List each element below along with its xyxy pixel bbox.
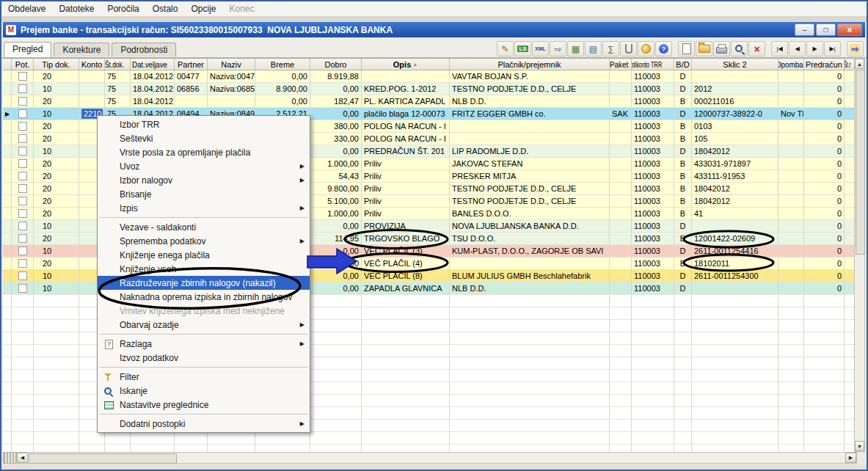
cell-sklic[interactable] (692, 220, 778, 232)
pan-grip[interactable] (3, 452, 16, 464)
cell-pot[interactable] (12, 158, 34, 169)
cell-opomba[interactable] (778, 245, 804, 257)
column-header-protikonto[interactable]: Protikonto TRR (632, 59, 674, 70)
cell-gutter[interactable] (3, 83, 12, 95)
cell-bd[interactable]: D (674, 270, 692, 282)
cell-protikonto[interactable]: 110003 (632, 220, 674, 232)
attachment-button[interactable] (620, 41, 637, 56)
cell-sklic[interactable]: 18042012 (692, 145, 778, 157)
cell-sklic[interactable]: 2611-0011254416 (692, 245, 778, 257)
cell-predracun[interactable]: 0 (804, 95, 845, 107)
cell-opis[interactable]: Priliv (362, 183, 450, 194)
cell-tip[interactable]: 10 (34, 83, 79, 95)
cell-sklic[interactable]: 2611-0011254300 (692, 270, 778, 282)
cell-pot[interactable] (12, 245, 34, 257)
cell-bd[interactable]: B (674, 95, 692, 107)
menu-item-nastavitve-preglednice[interactable]: Nastavitve preglednice (98, 398, 310, 412)
cell-dat[interactable]: 18.04.2012 (131, 70, 175, 82)
cell-bd[interactable]: B (674, 158, 692, 169)
cell-bd[interactable]: D (674, 220, 692, 232)
cell-tip[interactable]: 20 (34, 233, 79, 244)
cell-dobro[interactable]: 1.000,00 (310, 208, 362, 219)
cell-sklic[interactable]: 433111-91953 (692, 170, 778, 182)
cell-predracun[interactable]: 0 (804, 233, 845, 244)
menu-item-izbor-trr[interactable]: Izbor TRR (98, 117, 310, 131)
cell-sklic[interactable]: 41 (692, 208, 778, 219)
cell-opis[interactable]: plačilo blaga 12-00073 (362, 108, 450, 120)
row-checkbox[interactable] (18, 84, 27, 93)
cell-paket[interactable]: SAK (610, 108, 632, 120)
cell-bd[interactable]: D (674, 83, 692, 95)
cell-placnik[interactable]: KUM-PLAST, D.O.O., ZAGORJE OB SAVI (450, 245, 610, 257)
cell-protikonto[interactable]: 110003 (632, 270, 674, 282)
cell-opis[interactable]: VEČ PLAČIL (3) (362, 245, 450, 257)
menu-item-izbor-nalogov[interactable]: Izbor nalogov▶ (98, 173, 310, 187)
cell-gutter[interactable] (3, 220, 12, 232)
cell-gutter[interactable] (3, 258, 12, 269)
column-header-dat[interactable]: Dat.veljave (131, 59, 175, 70)
cell-bd[interactable]: B (674, 183, 692, 194)
payments-button[interactable] (638, 41, 654, 56)
cell-gutter[interactable] (3, 70, 12, 82)
cell-gutter[interactable] (3, 120, 12, 132)
cell-opomba[interactable] (778, 233, 804, 244)
cell-bd[interactable]: D (674, 282, 692, 294)
cell-sklic[interactable]: 000211016 (692, 95, 778, 107)
cell-opomba[interactable] (778, 95, 804, 107)
exit-button[interactable]: ⇨ (847, 41, 864, 56)
cell-opomba[interactable] (778, 208, 804, 219)
cell-placnik[interactable]: NLB D.D. (450, 282, 610, 294)
cell-pot[interactable] (12, 120, 34, 132)
column-header-opis[interactable]: Opis▲ (362, 59, 450, 70)
cell-protikonto[interactable]: 110003 (632, 245, 674, 257)
row-checkbox[interactable] (18, 122, 27, 131)
cell-pot[interactable] (12, 70, 34, 82)
cell-placnik[interactable]: TSU D.O.O. (450, 233, 610, 244)
cell-opis[interactable]: KRED.POG. 1-2012 (362, 83, 450, 95)
cell-tip[interactable]: 10 (34, 220, 79, 232)
cell-konto[interactable] (79, 95, 105, 107)
menu-item-brisanje[interactable]: Brisanje (98, 187, 310, 201)
row-checkbox[interactable] (18, 147, 27, 156)
minimize-button[interactable]: – (795, 23, 814, 36)
cell-opis[interactable]: Priliv (362, 170, 450, 182)
open-record-button[interactable] (696, 41, 712, 56)
cell-tip[interactable]: 20 (34, 120, 79, 132)
nav-next-button[interactable]: ▶ (806, 41, 823, 56)
column-header-konto[interactable]: Konto (79, 59, 105, 70)
menu-item-izpis[interactable]: Izpis▶ (98, 201, 310, 215)
cell-protikonto[interactable]: 110003 (632, 258, 674, 269)
menu-item-naknadna-oprema-izpiska-in-zbirnih-nalogov[interactable]: Naknadna oprema izpiska in zbirnih nalog… (98, 290, 310, 304)
cell-dobro[interactable]: 0,00 (310, 108, 362, 120)
cell-tip[interactable]: 10 (34, 282, 79, 294)
close-button[interactable]: × (837, 23, 862, 36)
cell-predracun[interactable]: 0 (804, 220, 845, 232)
cell-bd[interactable]: D (674, 70, 692, 82)
cell-paket[interactable] (610, 170, 632, 182)
cell-gutter[interactable] (3, 158, 12, 169)
vertical-scrollbar[interactable]: ▲ ▼ (854, 58, 865, 452)
cell-opomba[interactable] (778, 195, 804, 207)
cell-paket[interactable] (610, 158, 632, 169)
column-header-naziv[interactable]: Naziv (208, 59, 255, 70)
print-button[interactable] (713, 41, 730, 56)
cell-predracun[interactable]: 0 (804, 170, 845, 182)
nav-prev-button[interactable]: ◀ (789, 41, 806, 56)
cell-naziv[interactable]: Naziva:06856 (208, 83, 255, 95)
column-header-placnik[interactable]: Plačnik/prejemnik (450, 59, 610, 70)
cell-opis[interactable]: TRGOVSKO BLAGO (362, 233, 450, 244)
cell-bd[interactable]: B (674, 258, 692, 269)
cell-predracun[interactable]: 0 (804, 108, 845, 120)
cell-placnik[interactable]: PRESKER MITJA (450, 170, 610, 182)
horizontal-scrollbar[interactable]: ◀ ▶ (16, 452, 857, 464)
row-checkbox[interactable] (18, 184, 27, 193)
edit-log-button[interactable]: ✎ (497, 41, 514, 56)
cell-gutter[interactable] (3, 208, 12, 219)
table-row[interactable]: 207518.04.20120,00182,47PL. KARTICA ZAPA… (3, 95, 857, 108)
cell-opis[interactable]: PL. KARTICA ZAPADL (362, 95, 450, 107)
cell-opis[interactable]: PREDRAČUN ŠT. 201 (362, 145, 450, 157)
cell-opomba[interactable] (778, 120, 804, 132)
cell-opomba[interactable] (778, 70, 804, 82)
delete-button[interactable]: × (748, 41, 765, 56)
cell-pot[interactable] (12, 208, 34, 219)
